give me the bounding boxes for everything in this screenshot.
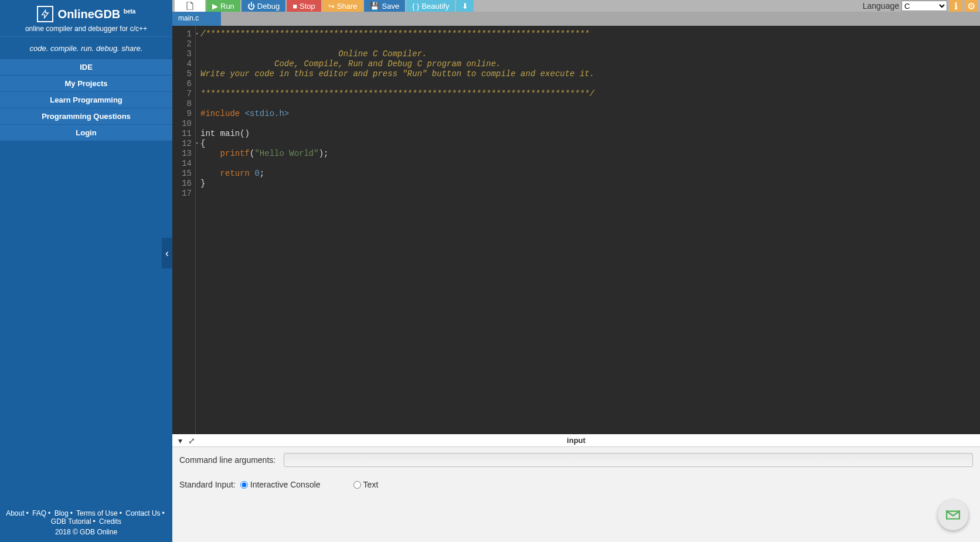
stop-button[interactable]: ■Stop <box>287 0 321 12</box>
footer-blog[interactable]: Blog <box>55 509 69 517</box>
gear-icon: ⚙ <box>967 1 975 12</box>
download-button[interactable]: ⬇ <box>456 0 474 12</box>
run-button[interactable]: ▶Run <box>206 0 240 12</box>
footer-faq[interactable]: FAQ <box>32 509 46 517</box>
stdin-text-radio[interactable] <box>353 481 361 489</box>
info-icon: ℹ <box>954 1 958 12</box>
panel-title: input <box>567 436 586 445</box>
stdin-interactive-option[interactable]: Interactive Console <box>240 480 321 489</box>
logo-icon <box>37 6 53 22</box>
footer-credits[interactable]: Credits <box>99 517 121 526</box>
cmd-args-input[interactable] <box>284 453 973 467</box>
download-icon: ⬇ <box>462 2 468 11</box>
beautify-button[interactable]: { }Beautify <box>406 0 455 12</box>
nav-my-projects[interactable]: My Projects <box>0 75 172 91</box>
nav-programming-questions[interactable]: Programming Questions <box>0 108 172 124</box>
save-icon: 💾 <box>370 2 379 11</box>
collapse-panel-icon[interactable]: ▾ <box>178 436 182 445</box>
line-gutter: 1234567891011121314151617 <box>172 26 196 434</box>
main: ▶Run ⏻Debug ■Stop ↪Share 💾Save { }Beauti… <box>172 0 980 542</box>
cmd-args-label: Command line arguments: <box>179 455 275 465</box>
sidebar-footer: About• FAQ• Blog• Terms of Use• Contact … <box>0 506 172 542</box>
share-button[interactable]: ↪Share <box>322 0 363 12</box>
debug-button[interactable]: ⏻Debug <box>241 0 285 12</box>
expand-panel-icon[interactable]: ⤢ <box>188 436 195 445</box>
tab-main-c[interactable]: main.c <box>172 12 221 26</box>
footer-contact[interactable]: Contact Us <box>125 509 160 517</box>
app-title: OnlineGDB beta <box>58 8 136 21</box>
stdin-label: Standard Input: <box>179 480 236 489</box>
info-button[interactable]: ℹ <box>950 0 962 12</box>
save-button[interactable]: 💾Save <box>364 0 405 12</box>
logo-area: OnlineGDB beta online compiler and debug… <box>0 0 172 36</box>
bottom-panel-header: ▾ ⤢ input <box>172 434 980 447</box>
language-label: Language <box>863 1 899 11</box>
footer-about[interactable]: About <box>6 509 24 517</box>
app-subtitle: online compiler and debugger for c/c++ <box>3 25 169 33</box>
mail-icon <box>945 507 961 523</box>
nav-learn-programming[interactable]: Learn Programming <box>0 91 172 108</box>
tagline: code. compile. run. debug. share. <box>0 36 172 59</box>
sidebar-nav: IDE My Projects Learn Programming Progra… <box>0 59 172 141</box>
power-icon: ⏻ <box>247 2 255 11</box>
sidebar: OnlineGDB beta online compiler and debug… <box>0 0 172 542</box>
footer-gdb-tutorial[interactable]: GDB Tutorial <box>51 517 91 526</box>
chat-button[interactable] <box>938 500 968 530</box>
copyright: 2018 © GDB Online <box>6 528 166 536</box>
stdin-interactive-radio[interactable] <box>240 481 248 489</box>
nav-ide[interactable]: IDE <box>0 59 172 75</box>
new-file-button[interactable] <box>175 0 205 12</box>
bottom-panel: ▾ ⤢ input Command line arguments: Standa… <box>172 434 980 542</box>
stdin-text-option[interactable]: Text <box>353 480 379 489</box>
code-area[interactable]: /***************************************… <box>196 26 594 434</box>
footer-terms[interactable]: Terms of Use <box>76 509 118 517</box>
share-icon: ↪ <box>328 2 335 11</box>
nav-login[interactable]: Login <box>0 124 172 141</box>
play-icon: ▶ <box>212 2 218 11</box>
braces-icon: { } <box>412 2 419 11</box>
tab-bar: main.c <box>172 12 980 26</box>
stop-icon: ■ <box>292 2 297 11</box>
code-editor[interactable]: 1234567891011121314151617 /*************… <box>172 26 980 434</box>
collapse-sidebar-button[interactable]: ‹ <box>162 238 172 268</box>
settings-button[interactable]: ⚙ <box>965 0 978 12</box>
toolbar: ▶Run ⏻Debug ■Stop ↪Share 💾Save { }Beauti… <box>172 0 980 12</box>
language-select[interactable]: C <box>901 1 947 11</box>
